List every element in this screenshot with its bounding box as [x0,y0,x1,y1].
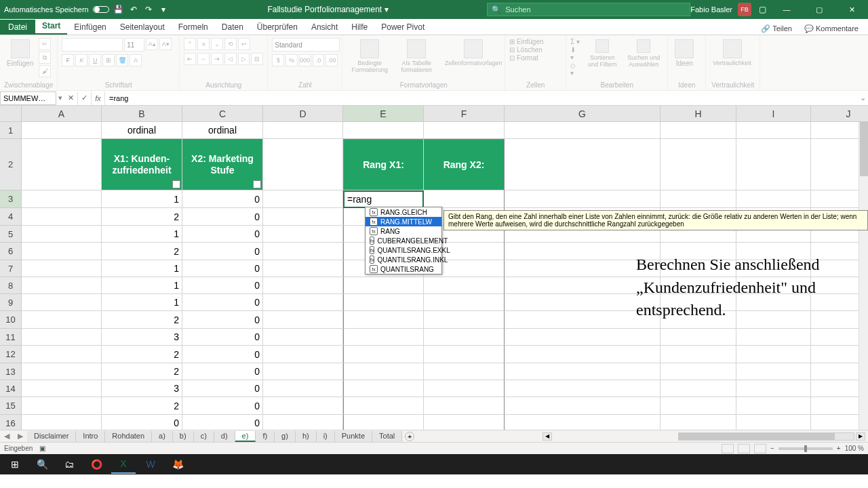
task-app-2[interactable]: ⭕ [84,455,108,474]
fill-color-icon[interactable]: 🪣 [116,54,128,66]
zoom-out-icon[interactable]: − [770,445,774,452]
cell-E16[interactable] [343,415,424,430]
grid[interactable]: ABCDEFGHIJK 12345678910111213141516 ordi… [0,106,868,430]
autocomplete-item[interactable]: fxQUANTILSRANG.EXKL [366,245,441,255]
cell-E12[interactable] [343,346,424,363]
cell-A13[interactable] [22,363,102,380]
conditional-formatting-button[interactable]: Bedingte Formatierung [347,38,393,80]
cell-B12[interactable]: 2 [102,346,182,363]
search-task-icon[interactable]: 🔍 [30,455,54,474]
cell-D15[interactable] [263,397,343,415]
cell-H2[interactable] [660,139,736,190]
cell-B6[interactable]: 2 [102,243,182,260]
cut-icon[interactable]: ✂ [39,38,51,50]
sheet-tab-f[interactable]: f) [256,431,275,442]
cell-D1[interactable] [263,122,343,139]
column-header-A[interactable]: A [22,106,102,122]
cell-I15[interactable] [736,397,811,415]
cell-G11[interactable] [505,329,660,346]
column-header-H[interactable]: H [660,106,736,122]
tab-file[interactable]: Datei [0,20,35,35]
cell-G15[interactable] [505,397,660,415]
cell-C2[interactable]: X2: Marketing Stufe▾ [182,139,263,190]
cell-B9[interactable]: 1 [102,294,182,311]
column-header-F[interactable]: F [424,106,505,122]
row-header-13[interactable]: 13 [0,363,22,380]
autocomplete-item[interactable]: fxRANG.GLEICH [366,207,441,217]
tab-review[interactable]: Überprüfen [250,20,304,35]
increase-indent-icon[interactable]: ▷ [238,53,250,65]
zoom-level[interactable]: 100 % [845,445,864,452]
cell-G14[interactable] [505,380,660,397]
sheet-tab-b[interactable]: b) [173,431,194,442]
cell-A2[interactable] [22,139,102,190]
column-header-I[interactable]: I [736,106,811,122]
autosum-icon[interactable]: Σ ▾ [570,38,580,45]
cell-A11[interactable] [22,329,102,346]
row-header-6[interactable]: 6 [0,243,22,260]
excel-task-icon[interactable]: X [111,455,136,474]
cell-D13[interactable] [263,363,343,380]
row-header-11[interactable]: 11 [0,329,22,346]
cell-E8[interactable] [343,277,424,294]
save-icon[interactable]: 💾 [113,4,124,15]
cell-I1[interactable] [736,122,811,139]
autocomplete-item[interactable]: fxRANG [366,226,441,236]
cell-A3[interactable] [22,190,102,208]
row-header-10[interactable]: 10 [0,311,22,329]
cell-H3[interactable] [660,190,736,208]
select-all-corner[interactable] [0,106,22,122]
cell-A4[interactable] [22,208,102,226]
firefox-task-icon[interactable]: 🦊 [165,455,190,474]
cell-C10[interactable]: 0 [182,311,263,329]
cell-G3[interactable] [505,190,660,208]
cell-E11[interactable] [343,329,424,346]
border-icon[interactable]: ⊞ [102,54,115,66]
cell-H11[interactable] [660,329,736,346]
sheet-tab-h[interactable]: h) [296,431,317,442]
row-header-16[interactable]: 16 [0,415,22,430]
ribbon-options-icon[interactable]: ▢ [757,4,768,15]
column-header-B[interactable]: B [102,106,182,122]
tab-insert[interactable]: Einfügen [67,20,113,35]
hscroll-left[interactable]: ◀ [542,432,552,441]
cell-B8[interactable]: 1 [102,277,182,294]
font-color-icon[interactable]: A [130,54,142,66]
word-task-icon[interactable]: W [138,455,163,474]
cell-D14[interactable] [263,380,343,397]
cell-D12[interactable] [263,346,343,363]
cell-G1[interactable] [505,122,660,139]
format-painter-icon[interactable]: 🖌 [39,65,51,77]
align-top-icon[interactable]: ⌃ [184,38,196,50]
undo-icon[interactable]: ↶ [128,4,139,15]
cell-F10[interactable] [424,311,505,329]
cell-D10[interactable] [263,311,343,329]
cell-I2[interactable] [736,139,811,190]
cell-B14[interactable]: 3 [102,380,182,397]
orientation-icon[interactable]: ⟲ [224,38,237,50]
cell-A8[interactable] [22,277,102,294]
page-layout-view-icon[interactable] [738,444,750,453]
filter-icon[interactable]: ▾ [253,180,261,188]
cell-I13[interactable] [736,363,811,380]
cell-C16[interactable]: 0 [182,415,263,430]
maximize-button[interactable]: ▢ [806,0,833,19]
sensitivity-button[interactable]: Vertraulichkeit [710,38,754,80]
cell-D5[interactable] [263,226,343,243]
row-header-9[interactable]: 9 [0,294,22,311]
autocomplete-item[interactable]: fxQUANTILSRANG.INKL [366,255,441,264]
row-header-15[interactable]: 15 [0,397,22,415]
cell-B5[interactable]: 1 [102,226,182,243]
cell-C13[interactable]: 0 [182,363,263,380]
cell-C11[interactable]: 0 [182,329,263,346]
row-header-2[interactable]: 2 [0,139,22,190]
cell-E13[interactable] [343,363,424,380]
tab-view[interactable]: Ansicht [304,20,344,35]
cell-F15[interactable] [424,397,505,415]
align-right-icon[interactable]: ⇥ [211,53,223,65]
cells-format-button[interactable]: ⊡ Format [509,54,561,62]
font-family-select[interactable] [62,38,123,52]
column-header-D[interactable]: D [263,106,343,122]
page-break-view-icon[interactable] [754,444,766,453]
cell-I14[interactable] [736,380,811,397]
